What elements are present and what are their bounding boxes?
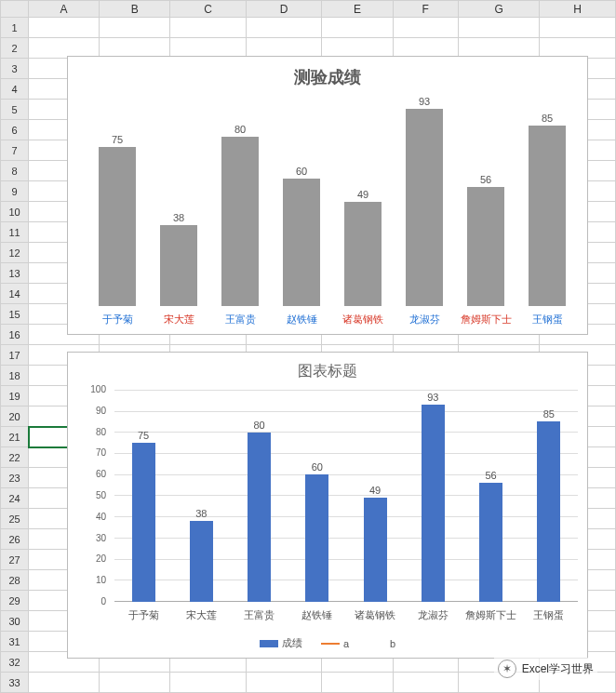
row-header[interactable]: 15 (1, 304, 29, 325)
row-header[interactable]: 4 (1, 79, 29, 100)
bar (248, 433, 271, 602)
row-header[interactable]: 8 (1, 161, 29, 181)
y-axis: 0102030405060708090100 (68, 390, 110, 602)
cell[interactable] (170, 18, 247, 38)
data-label: 93 (427, 392, 438, 403)
row-header[interactable]: 25 (1, 509, 29, 529)
bar (537, 421, 560, 602)
row-header[interactable]: 30 (1, 611, 29, 632)
cell[interactable] (100, 18, 170, 38)
data-label: 56 (486, 470, 497, 481)
data-label: 60 (296, 166, 307, 177)
legend-item: 成绩 (260, 636, 302, 650)
row-header[interactable]: 16 (1, 325, 29, 345)
bar (344, 202, 382, 306)
chart-1[interactable]: 测验成绩 7538806049935685 于予菊宋大莲王富贵赵铁锤诸葛钢铁龙淑… (67, 56, 588, 335)
row-header[interactable]: 26 (1, 529, 29, 550)
cell[interactable] (246, 18, 322, 38)
category-label: 赵铁锤 (288, 608, 346, 622)
cell[interactable] (29, 18, 100, 38)
bar (132, 443, 155, 602)
data-label: 80 (254, 420, 265, 431)
chart-2[interactable]: 图表标题 0102030405060708090100 753880604993… (67, 352, 588, 659)
column-header[interactable]: F (393, 1, 458, 18)
bar (99, 147, 136, 306)
row-header[interactable]: 10 (1, 202, 29, 222)
column-header[interactable]: B (100, 1, 170, 18)
legend-swatch (368, 640, 386, 647)
cell[interactable] (322, 18, 393, 38)
row-header[interactable]: 27 (1, 550, 29, 570)
row-header[interactable]: 5 (1, 100, 29, 120)
cell[interactable] (170, 673, 247, 693)
wechat-icon: ✶ (498, 660, 516, 678)
data-label: 85 (543, 408, 555, 420)
data-label: 75 (138, 430, 149, 441)
category-label: 王富贵 (231, 608, 288, 622)
cell[interactable] (29, 673, 100, 693)
category-label: 赵铁锤 (271, 313, 332, 327)
bar (283, 179, 320, 306)
row-header[interactable]: 17 (1, 345, 29, 366)
row-header[interactable]: 11 (1, 222, 29, 243)
data-label: 93 (419, 96, 430, 107)
watermark-text: Excel学习世界 (522, 661, 594, 677)
bar (190, 521, 213, 602)
row-header[interactable]: 23 (1, 468, 29, 488)
row-header[interactable]: 22 (1, 447, 29, 468)
row-header[interactable]: 31 (1, 632, 29, 652)
cell[interactable] (246, 673, 322, 693)
data-label: 38 (195, 508, 207, 519)
data-label: 85 (542, 113, 553, 124)
data-label: 75 (112, 134, 123, 145)
row-header[interactable]: 3 (1, 59, 29, 79)
row-header[interactable]: 28 (1, 570, 29, 591)
chart-title: 测验成绩 (68, 66, 587, 88)
cell[interactable] (540, 18, 616, 38)
legend-item: a (321, 636, 349, 650)
column-header[interactable]: C (170, 1, 247, 18)
cell[interactable] (100, 673, 170, 693)
row-header[interactable]: 29 (1, 591, 29, 611)
row-header[interactable]: 20 (1, 406, 29, 427)
row-header[interactable]: 2 (1, 38, 29, 59)
column-header[interactable]: A (29, 1, 100, 18)
row-header[interactable]: 12 (1, 243, 29, 263)
category-label: 于予菊 (87, 313, 148, 327)
row-header[interactable]: 9 (1, 181, 29, 202)
row-header[interactable]: 21 (1, 427, 29, 447)
row-header[interactable]: 18 (1, 366, 29, 386)
row-header[interactable]: 13 (1, 263, 29, 284)
cell[interactable] (393, 18, 458, 38)
plot-area: 7538806049935685 (87, 94, 578, 306)
column-header[interactable]: D (246, 1, 322, 18)
data-label: 49 (357, 189, 368, 200)
column-header[interactable]: H (540, 1, 616, 18)
category-label: 宋大莲 (148, 313, 209, 327)
column-header[interactable]: E (322, 1, 393, 18)
row-header[interactable]: 19 (1, 386, 29, 406)
category-label: 龙淑芬 (394, 313, 455, 327)
category-label: 宋大莲 (172, 608, 230, 622)
cell[interactable] (458, 18, 539, 38)
bar (529, 126, 566, 306)
select-all-corner[interactable] (1, 1, 29, 18)
row-header[interactable]: 32 (1, 652, 29, 673)
cell[interactable] (393, 673, 458, 693)
row-header[interactable]: 1 (1, 18, 29, 38)
bar (479, 483, 502, 602)
bar (160, 225, 197, 306)
data-label: 56 (480, 174, 491, 185)
legend-swatch (260, 640, 278, 647)
column-header[interactable]: G (458, 1, 539, 18)
bar (406, 109, 443, 306)
row-header[interactable]: 6 (1, 120, 29, 140)
row-header[interactable]: 7 (1, 140, 29, 161)
row-header[interactable]: 33 (1, 673, 29, 693)
cell[interactable] (322, 673, 393, 693)
legend-item: b (368, 636, 395, 650)
bar (422, 405, 445, 602)
row-header[interactable]: 14 (1, 284, 29, 304)
category-label: 詹姆斯下士 (462, 608, 520, 622)
row-header[interactable]: 24 (1, 488, 29, 509)
